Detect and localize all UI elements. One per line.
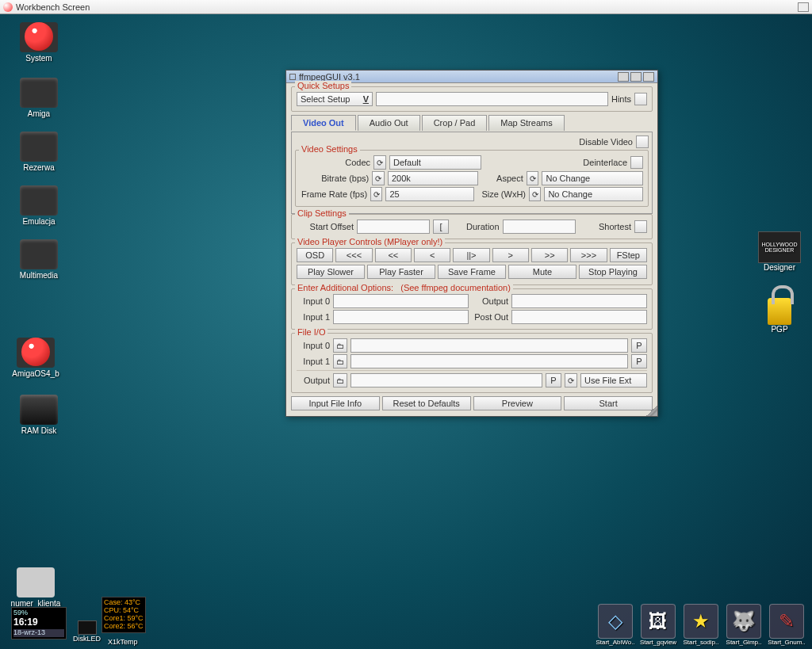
icon-amiga[interactable]: Amiga <box>11 78 67 118</box>
window-title: ffmpegGUI v3.1 <box>299 72 360 82</box>
select-setup-combo[interactable]: Select SetupV <box>297 92 373 106</box>
titlebar-text: Workbench Screen <box>16 2 90 12</box>
workbench-titlebar: Workbench Screen <box>0 0 812 14</box>
seek-bbb-button[interactable]: <<< <box>335 248 372 262</box>
stop-playing-button[interactable]: Stop Playing <box>579 265 647 279</box>
resize-handle-icon[interactable] <box>646 405 657 416</box>
shortest-checkbox[interactable] <box>634 220 647 233</box>
fps-combo[interactable]: 25 <box>385 187 473 201</box>
dock-gnumeric[interactable]: ✎Start_Gnum.. <box>766 604 807 646</box>
ffmpeggui-window: ffmpegGUI v3.1 Quick Setups Select Setup… <box>285 70 658 417</box>
extra-in0-field[interactable] <box>333 294 469 308</box>
bitrate-combo[interactable]: 200k <box>388 171 478 185</box>
setup-name-field[interactable] <box>376 92 608 106</box>
seek-f-button[interactable]: > <box>492 248 529 262</box>
x1ktemp-label: X1kTemp <box>108 638 138 646</box>
save-frame-button[interactable]: Save Frame <box>438 265 506 279</box>
dock-gqview[interactable]: 🖼Start_gqview <box>638 604 679 646</box>
iconify-icon[interactable] <box>618 72 629 82</box>
out-p-button[interactable]: P <box>546 373 561 387</box>
fstep-button[interactable]: FStep <box>610 248 647 262</box>
temps-widget[interactable]: Case: 43°C CPU: 54°C Core1: 59°C Core2: … <box>102 597 146 633</box>
clip-settings-group: Clip Settings Start Offset [ Duration Sh… <box>291 214 653 239</box>
in0-browse-icon[interactable]: 🗀 <box>333 338 347 353</box>
size-cycle-icon[interactable]: ⟳ <box>529 187 541 201</box>
bitrate-cycle-icon[interactable]: ⟳ <box>372 171 385 185</box>
start-offset-field[interactable] <box>357 220 430 234</box>
file-io-group: File I/O Input 0 🗀 P Input 1 🗀 P Output … <box>291 333 653 393</box>
extra-out-field[interactable] <box>511 294 647 308</box>
extra-options-group: Enter Additional Options: (See ffmpeg do… <box>291 288 653 330</box>
diskled-widget[interactable]: DiskLED <box>73 620 101 643</box>
in0-path-field[interactable] <box>350 338 628 353</box>
input-file-info-button[interactable]: Input File Info <box>291 396 380 410</box>
reset-defaults-button[interactable]: Reset to Defaults <box>382 396 471 410</box>
zoom-icon[interactable] <box>630 72 642 82</box>
player-controls-group: Video Player Controls (MPlayer only!) OS… <box>291 242 653 285</box>
icon-emulacja[interactable]: Emulacja <box>11 185 67 226</box>
amidock: ◇Start_AbiWo.. 🖼Start_gqview ★Start_sodi… <box>595 604 807 646</box>
in1-path-field[interactable] <box>350 354 628 368</box>
out-browse-icon[interactable]: 🗀 <box>333 373 347 387</box>
start-button[interactable]: Start <box>564 396 653 410</box>
codec-cycle-icon[interactable]: ⟳ <box>373 155 386 170</box>
icon-system[interactable]: System <box>11 22 67 63</box>
tab-video-out[interactable]: Video Out <box>291 115 356 131</box>
duration-field[interactable] <box>503 220 576 234</box>
icon-multimedia[interactable]: Multimedia <box>11 239 67 280</box>
video-settings-group: Video Settings Codec ⟳ Default Deinterla… <box>295 150 649 207</box>
close-icon[interactable] <box>289 74 296 80</box>
preview-button[interactable]: Preview <box>473 396 562 410</box>
seek-fff-button[interactable]: >>> <box>570 248 607 262</box>
fps-cycle-icon[interactable]: ⟳ <box>370 187 382 201</box>
titlebar-gadget-icon[interactable] <box>798 2 809 12</box>
tab-map-streams[interactable]: Map Streams <box>488 115 564 131</box>
seek-bb-button[interactable]: << <box>375 248 412 262</box>
mute-button[interactable]: Mute <box>508 265 576 279</box>
tab-crop-pad[interactable]: Crop / Pad <box>422 115 488 131</box>
in0-p-button[interactable]: P <box>631 338 647 353</box>
extra-post-field[interactable] <box>511 310 647 324</box>
bracket-button[interactable]: [ <box>433 220 449 234</box>
icon-designer[interactable]: HOLLYWOODDESIGNERDesigner <box>752 231 807 272</box>
playpause-button[interactable]: ||> <box>453 248 489 262</box>
boing-icon <box>3 2 13 12</box>
codec-combo[interactable]: Default <box>389 155 481 170</box>
hints-checkbox[interactable] <box>634 93 647 105</box>
icon-pgp[interactable]: PGP <box>752 298 807 334</box>
icon-ramdisk[interactable]: RAM Disk <box>11 395 67 435</box>
seek-ff-button[interactable]: >> <box>531 248 568 262</box>
icon-amigaos4b[interactable]: AmigaOS4_b <box>8 338 63 378</box>
dock-gimp[interactable]: 🐺Start_Gimp.. <box>723 604 764 646</box>
disable-video-checkbox[interactable] <box>636 136 649 148</box>
aspect-combo[interactable]: No Change <box>542 171 643 185</box>
dock-abiword[interactable]: ◇Start_AbiWo.. <box>595 604 636 646</box>
play-faster-button[interactable]: Play Faster <box>367 265 435 279</box>
icon-numer-klienta[interactable]: numer_klienta <box>8 567 63 608</box>
video-out-panel: Disable Video Video Settings Codec ⟳ Def… <box>291 132 653 214</box>
icon-rezerwa[interactable]: Rezerwa <box>11 132 67 172</box>
tab-audio-out[interactable]: Audio Out <box>358 115 420 131</box>
in1-p-button[interactable]: P <box>631 354 647 368</box>
size-combo[interactable]: No Change <box>544 187 643 201</box>
out-path-field[interactable] <box>350 373 542 387</box>
depth-icon[interactable] <box>643 72 654 82</box>
deinterlace-checkbox[interactable] <box>630 156 643 169</box>
in1-browse-icon[interactable]: 🗀 <box>333 354 347 368</box>
tab-bar: Video Out Audio Out Crop / Pad Map Strea… <box>291 115 653 131</box>
aspect-cycle-icon[interactable]: ⟳ <box>527 171 539 185</box>
ext-combo[interactable]: Use File Ext <box>580 373 647 387</box>
seek-b-button[interactable]: < <box>414 248 450 262</box>
clock-widget[interactable]: 59% 16:19 18-wrz-13 <box>11 607 67 639</box>
osd-button[interactable]: OSD <box>297 248 333 262</box>
quick-setups-group: Quick Setups Select SetupV Hints <box>291 86 653 112</box>
ext-cycle-icon[interactable]: ⟳ <box>565 373 577 387</box>
dock-sodipodi[interactable]: ★Start_sodip.. <box>680 604 722 646</box>
extra-in1-field[interactable] <box>333 310 469 324</box>
play-slower-button[interactable]: Play Slower <box>297 265 365 279</box>
